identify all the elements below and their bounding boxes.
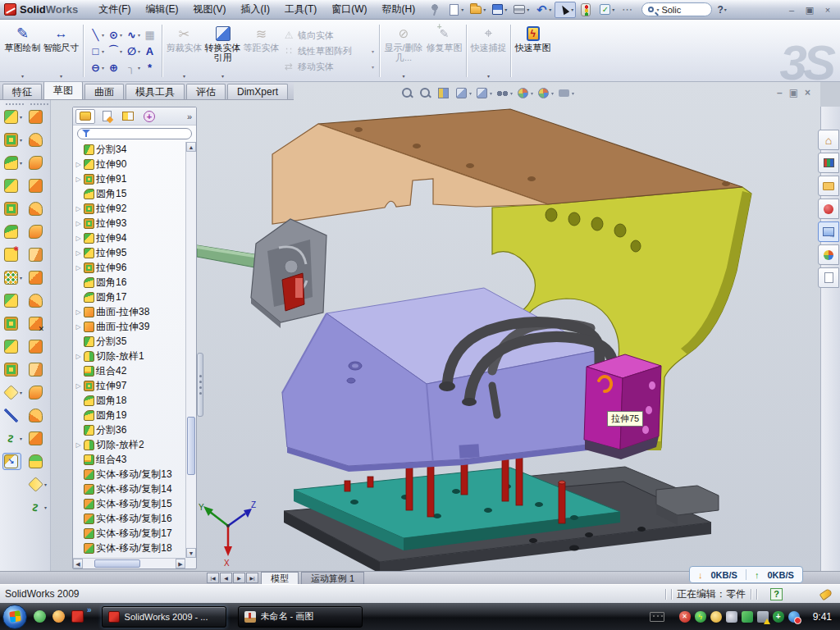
security-lightning-icon[interactable] [695,611,706,623]
custom-properties-tab[interactable] [818,267,839,288]
menu-item[interactable]: 窗口(W) [324,0,374,19]
selection-box-icon[interactable]: ▦ [142,26,158,43]
menu-item[interactable]: 插入(I) [234,0,277,19]
arc-icon[interactable]: ⌒ ▾ [106,43,124,59]
revolved-surface-button[interactable] [29,133,44,147]
fillet-button[interactable]: ▾ [4,156,22,170]
filled-surface-button[interactable] [29,225,44,239]
move-entities-button[interactable]: ⇄ 移动实体 ▾ [283,61,374,73]
search-input[interactable]: ▾ Solic [641,2,712,16]
document-tab[interactable]: 模型 [261,572,299,584]
tab-nav-button[interactable]: ▶ [233,573,245,583]
reference-geometry-button[interactable]: ▾ [4,386,22,399]
quick-launch-solidworks-icon[interactable] [71,610,84,623]
tree-item[interactable]: ▷ 曲面-拉伸39 [75,319,185,334]
dropdown-caret-icon[interactable]: ▾ [21,73,24,80]
line-icon[interactable]: ╲ ▾ [88,26,106,43]
command-tab[interactable]: DimXpert [227,84,288,99]
sketch-text-icon[interactable]: A [142,43,158,59]
curves-button[interactable]: ▾ [4,431,22,445]
new-document-icon[interactable]: ▾ [445,2,466,18]
rectangle-icon[interactable]: □ ▾ [88,43,106,59]
point-icon[interactable]: * [142,59,158,75]
scroll-thumb[interactable] [187,417,195,475]
certificate-icon[interactable] [710,611,722,623]
lofted-boss-button[interactable] [4,202,20,216]
tree-item[interactable]: 圆角18 [75,393,185,408]
trim-surface-button[interactable] [29,386,44,399]
hole-wizard-button[interactable] [4,248,20,262]
expand-arrow-icon[interactable]: ▷ [75,264,82,272]
spline-icon[interactable]: ∿ ▾ [124,26,142,43]
mirror-entities-button[interactable]: ⚠ 镜向实体 [283,30,374,42]
display-delete-relations-button[interactable]: 显示/删除几... ▾ [382,22,425,80]
tree-item[interactable]: ▷ 拉伸91 [75,171,185,186]
scroll-up-icon[interactable]: ▲ [186,142,196,152]
linear-sketch-pattern-button[interactable]: ∷ 线性草图阵列 ▾ [283,45,374,57]
boundary-surface-button[interactable] [29,202,44,216]
expand-arrow-icon[interactable]: ▷ [75,249,82,257]
tree-item[interactable]: 实体-移动/复制14 [75,482,185,496]
status-help-icon[interactable]: ? [770,588,783,600]
toolbar-gripper[interactable] [6,103,24,107]
menu-item[interactable]: 编辑(E) [139,0,186,19]
tree-filter-input[interactable] [77,128,192,139]
convert-entities-button[interactable]: 转换实体引用 ▾ [203,22,242,80]
menu-item[interactable]: 帮助(H) [375,0,423,19]
propertymanager-tab[interactable] [97,109,116,124]
taskbar-app-button[interactable]: 未命名 - 画图 [238,606,363,628]
tree-item[interactable]: 圆角16 [75,275,185,290]
tree-item[interactable]: 实体-移动/复制18 [75,541,185,555]
tree-item[interactable]: 实体-移动/复制15 [75,496,185,511]
tree-item[interactable]: ▷ 曲面-拉伸38 [75,304,185,319]
tree-item[interactable]: ▷ 拉伸96 [75,260,185,275]
ruled-surface-button[interactable] [29,294,44,308]
quick-snaps-button[interactable]: 快速捕捉 ▾ [469,22,508,80]
dropdown-caret-icon[interactable]: ▾ [221,73,224,80]
panel-chevron-icon[interactable]: » [187,112,194,121]
document-tab[interactable]: 运动算例 1 [301,572,364,584]
tab-nav-button[interactable]: ◀ [220,573,232,583]
taskbar-clock[interactable]: 9:41 [813,611,832,623]
tree-item[interactable]: 圆角19 [75,408,185,422]
expand-arrow-icon[interactable]: ▷ [75,205,82,212]
offset-entities-button[interactable]: 等距实体 [242,22,281,80]
close-button[interactable]: × [820,3,835,16]
command-tab[interactable]: 草图 [43,81,83,99]
expand-arrow-icon[interactable]: ▷ [75,161,82,168]
tree-item[interactable]: ▷ 拉伸92 [75,201,185,216]
print-icon[interactable]: ▾ [510,2,532,17]
repair-sketch-button[interactable]: 修复草图 [425,22,463,80]
offset-surface-button[interactable] [29,271,44,285]
expand-arrow-icon[interactable]: ▷ [75,323,82,331]
view-palette-tab[interactable] [818,221,839,242]
surface-reference-geometry-button[interactable]: ▾ [29,477,47,491]
rib-button[interactable] [4,294,20,308]
tree-item[interactable]: ▷ 切除-放样1 [75,349,185,363]
expand-arrow-icon[interactable]: ▷ [75,176,82,183]
replace-face-button[interactable] [29,340,44,354]
thicken-button[interactable] [29,454,44,468]
zoom-fit-icon[interactable] [400,86,415,100]
tab-nav-button[interactable]: ▶| [246,573,258,583]
configurationmanager-tab[interactable] [118,109,138,124]
tree-item[interactable]: 实体-移动/复制13 [75,467,185,482]
rapid-sketch-button[interactable]: 快速草图 [514,22,552,80]
display-style-icon[interactable]: ▾ [475,86,492,100]
tree-item[interactable]: ▷ 切除-放样2 [75,437,185,452]
polygon-icon[interactable]: ⊕ [106,59,124,75]
tree-item[interactable]: 圆角15 [75,186,185,201]
linear-pattern-button[interactable]: ▾ [4,271,22,285]
tree-vertical-scrollbar[interactable]: ▲ ▼ [185,142,196,558]
appearances-tab[interactable] [818,244,839,265]
options-icon[interactable]: ▾ [596,2,617,17]
trim-entities-button[interactable]: 剪裁实体 ▾ [165,22,203,80]
design-library-tab[interactable] [818,153,839,173]
file-explorer-tab[interactable] [818,176,839,196]
quick-launch-chevron-icon[interactable]: » [87,605,92,614]
select-arrow-icon[interactable]: ▾ [555,2,576,18]
view-orientation-icon[interactable]: ▾ [454,86,472,100]
messenger-icon[interactable] [742,611,753,623]
sketch-fillet-icon[interactable]: ╮ ▾ [124,59,142,75]
extruded-cut-button[interactable]: ▾ [4,133,22,147]
